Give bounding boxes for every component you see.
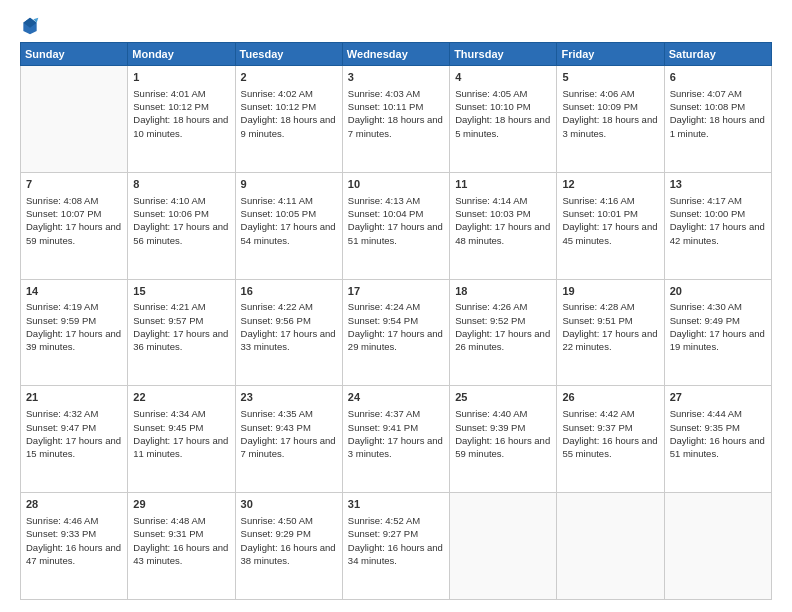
day-number: 3 <box>348 70 444 85</box>
day-number: 1 <box>133 70 229 85</box>
day-info: Sunrise: 4:50 AMSunset: 9:29 PMDaylight:… <box>241 514 337 567</box>
calendar-table: SundayMondayTuesdayWednesdayThursdayFrid… <box>20 42 772 600</box>
calendar-week-1: 1Sunrise: 4:01 AMSunset: 10:12 PMDayligh… <box>21 66 772 173</box>
calendar-cell <box>557 493 664 600</box>
calendar-cell: 20Sunrise: 4:30 AMSunset: 9:49 PMDayligh… <box>664 279 771 386</box>
calendar-cell: 15Sunrise: 4:21 AMSunset: 9:57 PMDayligh… <box>128 279 235 386</box>
day-info: Sunrise: 4:16 AMSunset: 10:01 PMDaylight… <box>562 194 658 247</box>
calendar-cell: 9Sunrise: 4:11 AMSunset: 10:05 PMDayligh… <box>235 172 342 279</box>
calendar-cell: 18Sunrise: 4:26 AMSunset: 9:52 PMDayligh… <box>450 279 557 386</box>
day-number: 16 <box>241 284 337 299</box>
day-info: Sunrise: 4:01 AMSunset: 10:12 PMDaylight… <box>133 87 229 140</box>
day-info: Sunrise: 4:17 AMSunset: 10:00 PMDaylight… <box>670 194 766 247</box>
day-number: 12 <box>562 177 658 192</box>
day-number: 6 <box>670 70 766 85</box>
day-info: Sunrise: 4:11 AMSunset: 10:05 PMDaylight… <box>241 194 337 247</box>
day-number: 8 <box>133 177 229 192</box>
calendar-cell: 17Sunrise: 4:24 AMSunset: 9:54 PMDayligh… <box>342 279 449 386</box>
day-info: Sunrise: 4:22 AMSunset: 9:56 PMDaylight:… <box>241 300 337 353</box>
day-info: Sunrise: 4:06 AMSunset: 10:09 PMDaylight… <box>562 87 658 140</box>
calendar-cell: 2Sunrise: 4:02 AMSunset: 10:12 PMDayligh… <box>235 66 342 173</box>
calendar-cell: 11Sunrise: 4:14 AMSunset: 10:03 PMDaylig… <box>450 172 557 279</box>
day-info: Sunrise: 4:03 AMSunset: 10:11 PMDaylight… <box>348 87 444 140</box>
calendar-cell <box>664 493 771 600</box>
day-number: 10 <box>348 177 444 192</box>
day-info: Sunrise: 4:46 AMSunset: 9:33 PMDaylight:… <box>26 514 122 567</box>
day-number: 28 <box>26 497 122 512</box>
day-number: 29 <box>133 497 229 512</box>
day-number: 23 <box>241 390 337 405</box>
day-number: 21 <box>26 390 122 405</box>
day-info: Sunrise: 4:26 AMSunset: 9:52 PMDaylight:… <box>455 300 551 353</box>
day-info: Sunrise: 4:13 AMSunset: 10:04 PMDaylight… <box>348 194 444 247</box>
day-number: 27 <box>670 390 766 405</box>
day-info: Sunrise: 4:30 AMSunset: 9:49 PMDaylight:… <box>670 300 766 353</box>
day-number: 19 <box>562 284 658 299</box>
calendar-week-5: 28Sunrise: 4:46 AMSunset: 9:33 PMDayligh… <box>21 493 772 600</box>
day-info: Sunrise: 4:37 AMSunset: 9:41 PMDaylight:… <box>348 407 444 460</box>
calendar-cell: 12Sunrise: 4:16 AMSunset: 10:01 PMDaylig… <box>557 172 664 279</box>
calendar-cell: 22Sunrise: 4:34 AMSunset: 9:45 PMDayligh… <box>128 386 235 493</box>
day-info: Sunrise: 4:34 AMSunset: 9:45 PMDaylight:… <box>133 407 229 460</box>
calendar-cell: 25Sunrise: 4:40 AMSunset: 9:39 PMDayligh… <box>450 386 557 493</box>
day-header-sunday: Sunday <box>21 43 128 66</box>
day-number: 15 <box>133 284 229 299</box>
calendar-cell <box>21 66 128 173</box>
day-info: Sunrise: 4:02 AMSunset: 10:12 PMDaylight… <box>241 87 337 140</box>
header <box>20 16 772 36</box>
calendar-week-4: 21Sunrise: 4:32 AMSunset: 9:47 PMDayligh… <box>21 386 772 493</box>
day-header-friday: Friday <box>557 43 664 66</box>
calendar-header-row: SundayMondayTuesdayWednesdayThursdayFrid… <box>21 43 772 66</box>
day-info: Sunrise: 4:08 AMSunset: 10:07 PMDaylight… <box>26 194 122 247</box>
day-number: 13 <box>670 177 766 192</box>
day-number: 17 <box>348 284 444 299</box>
calendar-cell: 16Sunrise: 4:22 AMSunset: 9:56 PMDayligh… <box>235 279 342 386</box>
logo <box>20 16 48 36</box>
day-header-saturday: Saturday <box>664 43 771 66</box>
day-number: 4 <box>455 70 551 85</box>
day-number: 5 <box>562 70 658 85</box>
day-number: 26 <box>562 390 658 405</box>
day-info: Sunrise: 4:19 AMSunset: 9:59 PMDaylight:… <box>26 300 122 353</box>
day-number: 24 <box>348 390 444 405</box>
calendar-cell: 10Sunrise: 4:13 AMSunset: 10:04 PMDaylig… <box>342 172 449 279</box>
day-header-tuesday: Tuesday <box>235 43 342 66</box>
calendar-cell: 29Sunrise: 4:48 AMSunset: 9:31 PMDayligh… <box>128 493 235 600</box>
day-info: Sunrise: 4:48 AMSunset: 9:31 PMDaylight:… <box>133 514 229 567</box>
day-number: 14 <box>26 284 122 299</box>
day-info: Sunrise: 4:28 AMSunset: 9:51 PMDaylight:… <box>562 300 658 353</box>
day-header-monday: Monday <box>128 43 235 66</box>
calendar-cell <box>450 493 557 600</box>
day-number: 30 <box>241 497 337 512</box>
calendar-cell: 8Sunrise: 4:10 AMSunset: 10:06 PMDayligh… <box>128 172 235 279</box>
day-info: Sunrise: 4:52 AMSunset: 9:27 PMDaylight:… <box>348 514 444 567</box>
calendar-cell: 13Sunrise: 4:17 AMSunset: 10:00 PMDaylig… <box>664 172 771 279</box>
day-number: 18 <box>455 284 551 299</box>
day-number: 7 <box>26 177 122 192</box>
day-number: 22 <box>133 390 229 405</box>
page: SundayMondayTuesdayWednesdayThursdayFrid… <box>0 0 792 612</box>
day-info: Sunrise: 4:42 AMSunset: 9:37 PMDaylight:… <box>562 407 658 460</box>
day-number: 2 <box>241 70 337 85</box>
day-info: Sunrise: 4:24 AMSunset: 9:54 PMDaylight:… <box>348 300 444 353</box>
calendar-cell: 19Sunrise: 4:28 AMSunset: 9:51 PMDayligh… <box>557 279 664 386</box>
day-info: Sunrise: 4:07 AMSunset: 10:08 PMDaylight… <box>670 87 766 140</box>
calendar-cell: 27Sunrise: 4:44 AMSunset: 9:35 PMDayligh… <box>664 386 771 493</box>
day-header-wednesday: Wednesday <box>342 43 449 66</box>
calendar-cell: 1Sunrise: 4:01 AMSunset: 10:12 PMDayligh… <box>128 66 235 173</box>
calendar-cell: 30Sunrise: 4:50 AMSunset: 9:29 PMDayligh… <box>235 493 342 600</box>
day-number: 11 <box>455 177 551 192</box>
day-info: Sunrise: 4:14 AMSunset: 10:03 PMDaylight… <box>455 194 551 247</box>
day-info: Sunrise: 4:40 AMSunset: 9:39 PMDaylight:… <box>455 407 551 460</box>
day-info: Sunrise: 4:44 AMSunset: 9:35 PMDaylight:… <box>670 407 766 460</box>
calendar-cell: 31Sunrise: 4:52 AMSunset: 9:27 PMDayligh… <box>342 493 449 600</box>
calendar-cell: 6Sunrise: 4:07 AMSunset: 10:08 PMDayligh… <box>664 66 771 173</box>
calendar-cell: 24Sunrise: 4:37 AMSunset: 9:41 PMDayligh… <box>342 386 449 493</box>
day-info: Sunrise: 4:10 AMSunset: 10:06 PMDaylight… <box>133 194 229 247</box>
logo-icon <box>20 16 40 36</box>
calendar-cell: 3Sunrise: 4:03 AMSunset: 10:11 PMDayligh… <box>342 66 449 173</box>
calendar-week-2: 7Sunrise: 4:08 AMSunset: 10:07 PMDayligh… <box>21 172 772 279</box>
calendar-cell: 26Sunrise: 4:42 AMSunset: 9:37 PMDayligh… <box>557 386 664 493</box>
calendar-week-3: 14Sunrise: 4:19 AMSunset: 9:59 PMDayligh… <box>21 279 772 386</box>
calendar-cell: 7Sunrise: 4:08 AMSunset: 10:07 PMDayligh… <box>21 172 128 279</box>
